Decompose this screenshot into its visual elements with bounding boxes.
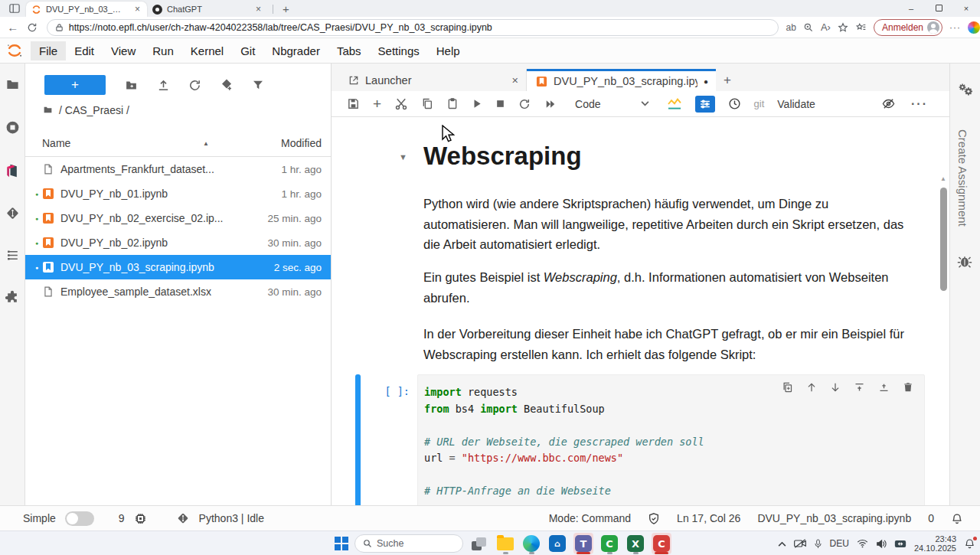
camtasia-button[interactable]: C: [652, 533, 671, 554]
insert-cell-above-icon[interactable]: [854, 381, 865, 393]
maximize-button[interactable]: [925, 4, 952, 13]
tab-notebook[interactable]: DVU_PY_nb_03_scraping.ipyr ●: [527, 69, 716, 91]
file-row[interactable]: Employee_sample_dataset.xlsx30 min. ago: [25, 279, 331, 304]
file-row[interactable]: ●DVU_PY_nb_02_exercise_02.ip...25 min. a…: [25, 206, 331, 230]
git-toolbar-label[interactable]: git: [754, 98, 765, 109]
edge-button[interactable]: [521, 533, 541, 554]
move-cell-down-icon[interactable]: [830, 381, 841, 393]
git-icon[interactable]: [5, 206, 20, 220]
cell-type-select[interactable]: Code: [575, 98, 648, 110]
history-clock-icon[interactable]: [728, 97, 741, 110]
table-of-contents-icon[interactable]: [5, 248, 20, 263]
refresh-file-list-icon[interactable]: [188, 79, 201, 92]
file-list-header[interactable]: Name ▲ Modified: [25, 122, 331, 157]
menu-run[interactable]: Run: [144, 41, 182, 60]
cut-cell-icon[interactable]: [394, 97, 408, 111]
extensions-puzzle-icon[interactable]: [5, 290, 20, 305]
running-kernels-icon[interactable]: [5, 119, 21, 135]
camera-off-icon[interactable]: [794, 539, 806, 548]
signin-button[interactable]: Anmelden: [874, 19, 942, 36]
browser-tab-chatgpt[interactable]: ChatGPT ×: [147, 2, 268, 17]
close-window-button[interactable]: ×: [952, 4, 980, 13]
wifi-icon[interactable]: [857, 539, 868, 548]
notebook-book-icon[interactable]: [5, 163, 20, 178]
simple-mode-toggle[interactable]: [65, 511, 94, 526]
column-modified[interactable]: Modified: [281, 137, 322, 149]
debugger-bug-icon[interactable]: [957, 253, 972, 269]
column-name[interactable]: Name: [42, 137, 70, 149]
minimize-button[interactable]: –: [897, 4, 925, 13]
notification-bell-icon[interactable]: [964, 537, 975, 550]
kernel-status[interactable]: Python3 | Idle: [199, 512, 264, 524]
cell-tools-sliders-icon[interactable]: [695, 96, 715, 113]
menu-file[interactable]: File: [31, 41, 66, 60]
store-button[interactable]: ⌂: [547, 533, 567, 554]
eye-slash-icon[interactable]: [881, 97, 896, 110]
code-editor[interactable]: import requestsfrom bs4 import Beautiful…: [417, 374, 925, 505]
menu-edit[interactable]: Edit: [66, 41, 103, 60]
memory-chip-icon[interactable]: [134, 512, 147, 525]
menu-git[interactable]: Git: [232, 41, 263, 60]
new-launcher-button[interactable]: +: [44, 75, 106, 95]
file-row[interactable]: Apartments_Frankfurt_dataset...1 hr. ago: [25, 157, 331, 181]
tray-chevron-icon[interactable]: [778, 541, 786, 547]
browser-tab-jupyterlab[interactable]: DVU_PY_nb_03_… (2) - JupyterLab ×: [26, 2, 147, 17]
trust-shield-icon[interactable]: [648, 512, 660, 525]
file-explorer-button[interactable]: [495, 533, 515, 554]
stop-kernel-icon[interactable]: [495, 99, 505, 109]
new-folder-icon[interactable]: [124, 79, 139, 92]
favorite-star-icon[interactable]: [838, 22, 848, 33]
file-row[interactable]: ●DVU_PY_nb_03_scraping.ipynb2 sec. ago: [25, 255, 331, 279]
run-cell-icon[interactable]: [472, 98, 482, 109]
home-folder-icon[interactable]: [42, 105, 54, 115]
close-tab-icon[interactable]: ×: [133, 4, 142, 15]
translate-icon[interactable]: ab: [786, 22, 796, 33]
scroll-up-arrow-icon[interactable]: ▲: [940, 175, 946, 182]
workspaces-icon[interactable]: [5, 1, 24, 16]
upload-icon[interactable]: [157, 79, 170, 92]
toolbar-more-icon[interactable]: ···: [911, 97, 928, 111]
new-tab-button[interactable]: +: [278, 2, 294, 15]
copilot-icon[interactable]: [968, 21, 980, 34]
read-aloud-icon[interactable]: A›: [821, 21, 831, 33]
paste-cell-icon[interactable]: [446, 97, 459, 110]
back-icon[interactable]: ←: [3, 21, 22, 34]
cursor-position[interactable]: Ln 17, Col 26: [677, 512, 740, 524]
breadcrumb[interactable]: / CAS_Praesi /: [25, 97, 331, 122]
clipchamp-button[interactable]: C: [599, 533, 619, 554]
menu-kernel[interactable]: Kernel: [182, 41, 232, 60]
file-row[interactable]: ●DVU_PY_nb_01.ipynb1 hr. ago: [25, 181, 331, 206]
git-status-icon[interactable]: [176, 511, 190, 525]
duplicate-cell-icon[interactable]: [782, 381, 793, 393]
favorites-bar-icon[interactable]: [855, 22, 867, 33]
statusbar-filename[interactable]: DVU_PY_nb_03_scraping.ipynb: [757, 512, 911, 524]
bell-icon[interactable]: [951, 512, 963, 525]
menu-tabs[interactable]: Tabs: [328, 41, 370, 60]
menu-settings[interactable]: Settings: [370, 41, 428, 60]
tab-launcher[interactable]: Launcher ×: [339, 69, 527, 91]
cell-collapser-bar[interactable]: [355, 374, 361, 505]
execution-chart-icon[interactable]: [667, 98, 682, 110]
notebook-scrollbar[interactable]: [940, 188, 947, 291]
taskbar-search[interactable]: Suche: [354, 534, 463, 553]
validate-button[interactable]: Validate: [777, 98, 815, 110]
restart-kernel-icon[interactable]: [518, 98, 531, 110]
property-inspector-icon[interactable]: [957, 82, 974, 97]
create-assignment-tab[interactable]: Create Assignment: [956, 129, 969, 227]
save-icon[interactable]: [347, 97, 360, 110]
move-cell-up-icon[interactable]: [806, 381, 817, 393]
volume-icon[interactable]: [876, 539, 887, 549]
clock[interactable]: 23:43 24.10.2025: [914, 534, 956, 553]
code-cell[interactable]: [ ]: import requestsfrom bs4 import Beau…: [355, 374, 925, 505]
insert-cell-below-icon[interactable]: [878, 381, 890, 393]
url-bar[interactable]: https://noto.epfl.ch/user/ch-zhaw-420402…: [47, 19, 779, 36]
refresh-icon[interactable]: [22, 22, 41, 33]
excel-button[interactable]: X: [626, 533, 645, 554]
sync-tray-icon[interactable]: [894, 539, 906, 549]
language-indicator[interactable]: DEU: [830, 538, 849, 549]
file-row[interactable]: ●DVU_PY_nb_02.ipynb30 min. ago: [25, 230, 331, 255]
start-button[interactable]: [335, 537, 348, 550]
close-tab-icon[interactable]: ×: [512, 74, 518, 87]
git-clone-icon[interactable]: [220, 78, 234, 92]
zoom-icon[interactable]: [803, 22, 814, 33]
